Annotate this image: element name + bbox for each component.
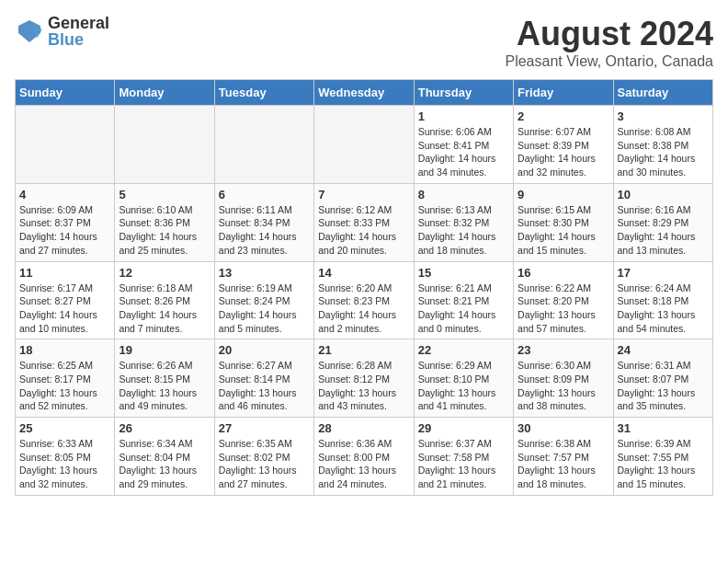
calendar-cell: 21Sunrise: 6:28 AM Sunset: 8:12 PM Dayli… [314, 339, 414, 418]
day-info: Sunrise: 6:38 AM Sunset: 7:57 PM Dayligh… [518, 437, 609, 491]
day-number: 31 [618, 421, 709, 435]
day-info: Sunrise: 6:35 AM Sunset: 8:02 PM Dayligh… [219, 437, 310, 491]
calendar-cell: 17Sunrise: 6:24 AM Sunset: 8:18 PM Dayli… [613, 261, 712, 339]
day-number: 9 [518, 188, 609, 201]
calendar-cell: 10Sunrise: 6:16 AM Sunset: 8:29 PM Dayli… [613, 183, 712, 261]
calendar-week-row: 4Sunrise: 6:09 AM Sunset: 8:37 PM Daylig… [16, 183, 713, 261]
day-number: 7 [318, 188, 409, 201]
day-info: Sunrise: 6:26 AM Sunset: 8:15 PM Dayligh… [119, 359, 210, 413]
day-info: Sunrise: 6:13 AM Sunset: 8:32 PM Dayligh… [418, 203, 509, 258]
calendar-cell: 9Sunrise: 6:15 AM Sunset: 8:30 PM Daylig… [514, 183, 613, 261]
calendar-cell: 24Sunrise: 6:31 AM Sunset: 8:07 PM Dayli… [613, 339, 712, 418]
day-info: Sunrise: 6:15 AM Sunset: 8:30 PM Dayligh… [518, 203, 609, 258]
day-number: 22 [418, 343, 509, 357]
day-number: 17 [618, 266, 709, 280]
calendar-table: SundayMondayTuesdayWednesdayThursdayFrid… [15, 79, 713, 496]
day-number: 26 [119, 421, 210, 435]
day-info: Sunrise: 6:25 AM Sunset: 8:17 PM Dayligh… [19, 359, 110, 413]
calendar-week-row: 11Sunrise: 6:17 AM Sunset: 8:27 PM Dayli… [16, 261, 713, 339]
day-number: 8 [418, 188, 509, 201]
calendar-cell: 25Sunrise: 6:33 AM Sunset: 8:05 PM Dayli… [16, 418, 115, 496]
calendar-cell: 6Sunrise: 6:11 AM Sunset: 8:34 PM Daylig… [214, 183, 313, 261]
day-info: Sunrise: 6:16 AM Sunset: 8:29 PM Dayligh… [618, 203, 709, 258]
calendar-cell: 29Sunrise: 6:37 AM Sunset: 7:58 PM Dayli… [414, 418, 513, 496]
day-info: Sunrise: 6:18 AM Sunset: 8:26 PM Dayligh… [119, 282, 210, 336]
day-number: 15 [418, 266, 509, 280]
day-header: Thursday [414, 80, 513, 106]
calendar-header-row: SundayMondayTuesdayWednesdayThursdayFrid… [16, 80, 713, 106]
day-info: Sunrise: 6:30 AM Sunset: 8:09 PM Dayligh… [518, 359, 609, 413]
day-header: Wednesday [314, 80, 414, 106]
day-info: Sunrise: 6:10 AM Sunset: 8:36 PM Dayligh… [119, 203, 210, 258]
day-number: 13 [219, 266, 310, 280]
day-number: 11 [19, 266, 110, 280]
day-number: 21 [318, 343, 409, 357]
calendar-cell: 31Sunrise: 6:39 AM Sunset: 7:55 PM Dayli… [613, 418, 712, 496]
calendar-cell: 13Sunrise: 6:19 AM Sunset: 8:24 PM Dayli… [214, 261, 313, 339]
day-number: 28 [318, 421, 409, 435]
logo-text: General Blue [48, 15, 109, 48]
day-number: 18 [19, 343, 110, 357]
calendar-cell: 7Sunrise: 6:12 AM Sunset: 8:33 PM Daylig… [314, 183, 414, 261]
calendar-cell: 8Sunrise: 6:13 AM Sunset: 8:32 PM Daylig… [414, 183, 513, 261]
day-info: Sunrise: 6:39 AM Sunset: 7:55 PM Dayligh… [618, 437, 709, 491]
day-number: 6 [219, 188, 310, 201]
day-info: Sunrise: 6:27 AM Sunset: 8:14 PM Dayligh… [219, 359, 310, 413]
calendar-cell: 28Sunrise: 6:36 AM Sunset: 8:00 PM Dayli… [314, 418, 414, 496]
day-info: Sunrise: 6:28 AM Sunset: 8:12 PM Dayligh… [318, 359, 409, 413]
calendar-cell: 4Sunrise: 6:09 AM Sunset: 8:37 PM Daylig… [16, 183, 115, 261]
calendar-cell [16, 106, 115, 184]
calendar-cell: 27Sunrise: 6:35 AM Sunset: 8:02 PM Dayli… [214, 418, 313, 496]
day-number: 10 [618, 188, 709, 201]
day-number: 5 [119, 188, 210, 201]
header: General Blue August 2024 Pleasant View, … [15, 15, 713, 70]
day-info: Sunrise: 6:31 AM Sunset: 8:07 PM Dayligh… [618, 359, 709, 413]
calendar-week-row: 25Sunrise: 6:33 AM Sunset: 8:05 PM Dayli… [16, 418, 713, 496]
day-info: Sunrise: 6:29 AM Sunset: 8:10 PM Dayligh… [418, 359, 509, 413]
day-number: 30 [518, 421, 609, 435]
day-info: Sunrise: 6:07 AM Sunset: 8:39 PM Dayligh… [518, 125, 609, 179]
day-info: Sunrise: 6:24 AM Sunset: 8:18 PM Dayligh… [618, 282, 709, 336]
calendar-cell: 18Sunrise: 6:25 AM Sunset: 8:17 PM Dayli… [16, 339, 115, 418]
day-info: Sunrise: 6:34 AM Sunset: 8:04 PM Dayligh… [119, 437, 210, 491]
day-info: Sunrise: 6:21 AM Sunset: 8:21 PM Dayligh… [418, 282, 509, 336]
day-info: Sunrise: 6:17 AM Sunset: 8:27 PM Dayligh… [19, 282, 110, 336]
day-header: Monday [115, 80, 214, 106]
calendar-body: 1Sunrise: 6:06 AM Sunset: 8:41 PM Daylig… [16, 106, 713, 496]
calendar-cell: 15Sunrise: 6:21 AM Sunset: 8:21 PM Dayli… [414, 261, 513, 339]
title-area: August 2024 Pleasant View, Ontario, Cana… [505, 15, 713, 70]
day-number: 25 [19, 421, 110, 435]
day-number: 16 [518, 266, 609, 280]
calendar-cell: 14Sunrise: 6:20 AM Sunset: 8:23 PM Dayli… [314, 261, 414, 339]
calendar-cell: 19Sunrise: 6:26 AM Sunset: 8:15 PM Dayli… [115, 339, 214, 418]
calendar-cell [214, 106, 313, 184]
day-number: 29 [418, 421, 509, 435]
logo-line1: General [48, 15, 109, 31]
calendar-cell: 20Sunrise: 6:27 AM Sunset: 8:14 PM Dayli… [214, 339, 313, 418]
day-number: 19 [119, 343, 210, 357]
calendar-cell: 5Sunrise: 6:10 AM Sunset: 8:36 PM Daylig… [115, 183, 214, 261]
main-title: August 2024 [505, 15, 713, 53]
day-number: 4 [19, 188, 110, 201]
day-number: 20 [219, 343, 310, 357]
day-info: Sunrise: 6:09 AM Sunset: 8:37 PM Dayligh… [19, 203, 110, 258]
calendar-week-row: 1Sunrise: 6:06 AM Sunset: 8:41 PM Daylig… [16, 106, 713, 184]
day-number: 3 [618, 109, 709, 123]
day-header: Sunday [16, 80, 115, 106]
day-info: Sunrise: 6:06 AM Sunset: 8:41 PM Dayligh… [418, 125, 509, 179]
calendar-cell: 16Sunrise: 6:22 AM Sunset: 8:20 PM Dayli… [514, 261, 613, 339]
calendar-cell: 1Sunrise: 6:06 AM Sunset: 8:41 PM Daylig… [414, 106, 513, 184]
day-info: Sunrise: 6:19 AM Sunset: 8:24 PM Dayligh… [219, 282, 310, 336]
day-header: Friday [514, 80, 613, 106]
calendar-cell: 30Sunrise: 6:38 AM Sunset: 7:57 PM Dayli… [514, 418, 613, 496]
day-number: 24 [618, 343, 709, 357]
calendar-cell [314, 106, 414, 184]
calendar-cell: 22Sunrise: 6:29 AM Sunset: 8:10 PM Dayli… [414, 339, 513, 418]
calendar-week-row: 18Sunrise: 6:25 AM Sunset: 8:17 PM Dayli… [16, 339, 713, 418]
sub-title: Pleasant View, Ontario, Canada [505, 53, 713, 70]
day-number: 1 [418, 109, 509, 123]
day-info: Sunrise: 6:33 AM Sunset: 8:05 PM Dayligh… [19, 437, 110, 491]
day-info: Sunrise: 6:22 AM Sunset: 8:20 PM Dayligh… [518, 282, 609, 336]
day-info: Sunrise: 6:12 AM Sunset: 8:33 PM Dayligh… [318, 203, 409, 258]
day-info: Sunrise: 6:37 AM Sunset: 7:58 PM Dayligh… [418, 437, 509, 491]
